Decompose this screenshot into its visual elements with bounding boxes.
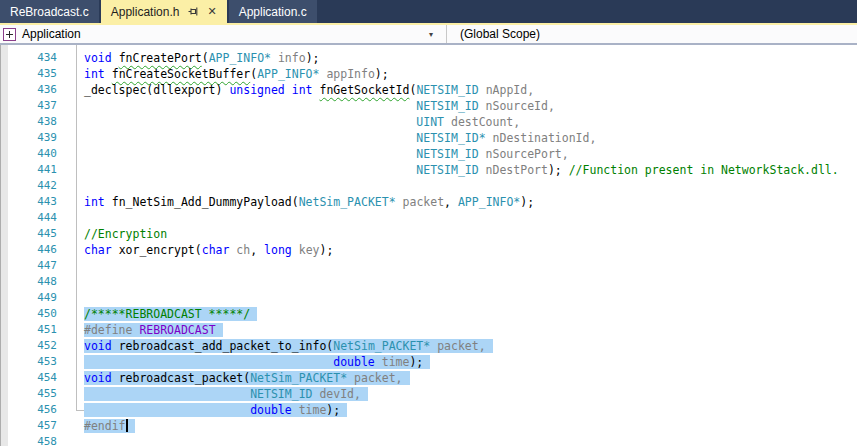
- code-token: NETSIM_ID: [416, 99, 478, 113]
- code-token: );: [409, 355, 423, 369]
- line-number[interactable]: 456: [0, 402, 57, 418]
- code-line[interactable]: 452void rebroadcast_add_packet_to_info(N…: [0, 338, 857, 354]
- code-token: void: [84, 51, 112, 65]
- line-number[interactable]: 458: [0, 434, 57, 446]
- close-icon[interactable]: ✕: [207, 6, 216, 17]
- code-line[interactable]: 451#define REBROADCAST: [0, 322, 857, 338]
- code-line[interactable]: 450/*****REBROADCAST *****/: [0, 306, 857, 322]
- code-editor[interactable]: 434void fnCreatePort(APP_INFO* info);435…: [0, 45, 857, 446]
- line-number[interactable]: 454: [0, 370, 57, 386]
- code-line[interactable]: 454void rebroadcast_packet(NetSim_PACKET…: [0, 370, 857, 386]
- line-number[interactable]: 439: [0, 130, 57, 146]
- code-token: long: [264, 243, 292, 257]
- code-line-text: [57, 258, 84, 274]
- code-line[interactable]: 444: [0, 210, 857, 226]
- line-number[interactable]: 455: [0, 386, 57, 402]
- code-token: [271, 51, 278, 65]
- line-number[interactable]: 447: [0, 258, 57, 274]
- selection-highlight: /*****REBROADCAST *****/: [84, 307, 257, 321]
- code-line-text: void rebroadcast_add_packet_to_info(NetS…: [57, 338, 493, 354]
- members-dropdown[interactable]: (Global Scope): [447, 25, 540, 43]
- code-line-text: [57, 210, 84, 226]
- code-token: time: [382, 355, 410, 369]
- line-number[interactable]: 443: [0, 194, 57, 210]
- code-token: _declspec(dllexport): [84, 83, 229, 97]
- code-token: APP_INFO*: [458, 195, 520, 209]
- line-number[interactable]: 434: [0, 50, 57, 66]
- line-number[interactable]: 437: [0, 98, 57, 114]
- code-line-text: int fn_NetSim_Add_DummyPayload(NetSim_PA…: [57, 194, 534, 210]
- line-number[interactable]: 445: [0, 226, 57, 242]
- code-token: unsigned: [229, 83, 284, 97]
- code-token: char: [84, 243, 112, 257]
- code-token: int: [84, 67, 105, 81]
- code-line[interactable]: 458: [0, 434, 857, 446]
- code-line-text: /*****REBROADCAST *****/: [57, 306, 257, 322]
- line-number[interactable]: 435: [0, 66, 57, 82]
- tab-application-c[interactable]: Application.c: [229, 0, 317, 23]
- code-line[interactable]: 437 NETSIM_ID nSourceId,: [0, 98, 857, 114]
- code-token: rebroadcast_add_packet_to_info(: [112, 339, 334, 353]
- types-dropdown[interactable]: Application ▾: [0, 25, 446, 43]
- code-token: rebroadcast_packet(: [112, 371, 250, 385]
- line-number[interactable]: 450: [0, 306, 57, 322]
- line-number[interactable]: 442: [0, 178, 57, 194]
- line-number[interactable]: 457: [0, 418, 57, 434]
- code-token: NETSIM_ID: [416, 163, 478, 177]
- tab-label: Application.h: [111, 5, 180, 19]
- line-number[interactable]: 449: [0, 290, 57, 306]
- tab-application-h[interactable]: Application.h ✕: [101, 0, 227, 23]
- code-line-text: #define REBROADCAST: [57, 322, 223, 338]
- code-line[interactable]: 439 NETSIM_ID* nDestinationId,: [0, 130, 857, 146]
- code-line[interactable]: 442: [0, 178, 857, 194]
- code-line[interactable]: 438 UINT destCount,: [0, 114, 857, 130]
- code-line[interactable]: 446char xor_encrypt(char ch, long key);: [0, 242, 857, 258]
- line-number[interactable]: 448: [0, 274, 57, 290]
- code-line[interactable]: 453 double time);: [0, 354, 857, 370]
- code-line[interactable]: 435int fnCreateSocketBuffer(APP_INFO* ap…: [0, 66, 857, 82]
- code-token: );: [548, 163, 569, 177]
- code-line-text: NETSIM_ID* nDestinationId,: [57, 130, 596, 146]
- document-tab-bar: ReBroadcast.c Application.h ✕ Applicatio…: [0, 0, 857, 23]
- code-token: [479, 99, 486, 113]
- code-token: [112, 51, 119, 65]
- code-pane[interactable]: 434void fnCreatePort(APP_INFO* info);435…: [0, 45, 857, 446]
- line-number[interactable]: 438: [0, 114, 57, 130]
- code-line[interactable]: 445//Encryption: [0, 226, 857, 242]
- code-line-text: double time);: [57, 402, 347, 418]
- code-line[interactable]: 434void fnCreatePort(APP_INFO* info);: [0, 50, 857, 66]
- line-number[interactable]: 452: [0, 338, 57, 354]
- pin-icon[interactable]: [188, 6, 199, 17]
- code-token: [444, 115, 451, 129]
- code-line[interactable]: 443int fn_NetSim_Add_DummyPayload(NetSim…: [0, 194, 857, 210]
- line-number[interactable]: 446: [0, 242, 57, 258]
- tab-rebroadcast-c[interactable]: ReBroadcast.c: [0, 0, 99, 23]
- code-token: appInfo: [326, 67, 374, 81]
- line-number[interactable]: 444: [0, 210, 57, 226]
- code-line[interactable]: 441 NETSIM_ID nDestPort); //Function pre…: [0, 162, 857, 178]
- code-token: NETSIM_ID: [250, 387, 312, 401]
- code-token: nAppId,: [486, 83, 534, 97]
- code-line[interactable]: 447: [0, 258, 857, 274]
- code-line[interactable]: 456 double time);: [0, 402, 857, 418]
- code-token: char: [202, 243, 230, 257]
- code-token: APP_INFO*: [257, 67, 319, 81]
- code-line[interactable]: 457#endif: [0, 418, 857, 434]
- code-line-text: double time);: [57, 354, 430, 370]
- code-line-text: int fnCreateSocketBuffer(APP_INFO* appIn…: [57, 66, 389, 82]
- code-line[interactable]: 455 NETSIM_ID devId,: [0, 386, 857, 402]
- line-number[interactable]: 441: [0, 162, 57, 178]
- line-number[interactable]: 440: [0, 146, 57, 162]
- code-token: packet,: [354, 371, 402, 385]
- code-token: packet,: [437, 339, 485, 353]
- line-number[interactable]: 451: [0, 322, 57, 338]
- line-number[interactable]: 453: [0, 354, 57, 370]
- code-line[interactable]: 448: [0, 274, 857, 290]
- line-number[interactable]: 436: [0, 82, 57, 98]
- code-line[interactable]: 440 NETSIM_ID nSourcePort,: [0, 146, 857, 162]
- code-line[interactable]: 436_declspec(dllexport) unsigned int fnG…: [0, 82, 857, 98]
- chevron-down-icon[interactable]: ▾: [429, 30, 433, 39]
- function-name-with-squiggle: fnCreatePort: [119, 51, 202, 65]
- code-token: [479, 147, 486, 161]
- code-line[interactable]: 449: [0, 290, 857, 306]
